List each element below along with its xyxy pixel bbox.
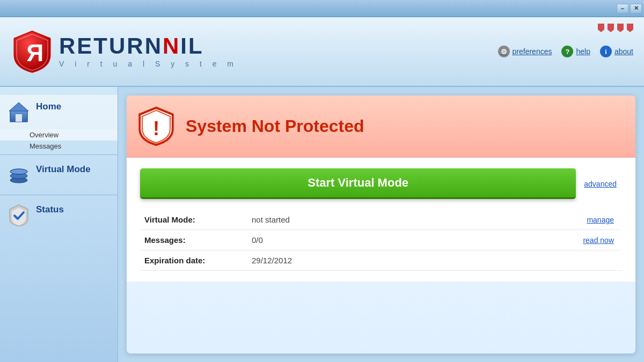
info-table-row: Messages:0/0read now	[140, 230, 622, 250]
svg-point-7	[10, 169, 27, 174]
help-nav[interactable]: ? help	[561, 46, 590, 57]
home-title: Home	[36, 101, 109, 112]
status-content: Status	[36, 204, 109, 215]
info-row-value: not started	[247, 210, 446, 230]
preferences-label: preferences	[513, 47, 552, 56]
info-row-action[interactable]: read now	[446, 230, 622, 250]
corner-mark-4	[627, 24, 633, 32]
sidebar-subitem-messages[interactable]: Messages	[0, 141, 118, 152]
title-bar: − ✕	[0, 0, 644, 17]
logo-title-part1: RETURN	[59, 33, 163, 58]
virtual-mode-title: Virtual Mode	[36, 164, 109, 175]
sidebar-divider-2	[0, 195, 118, 195]
main-area: Home Overview Messages Virtual Mode	[0, 87, 644, 362]
corner-marks	[598, 24, 633, 32]
logo-title-n: N	[163, 33, 180, 58]
minimize-button[interactable]: −	[617, 4, 628, 13]
svg-marker-3	[9, 102, 28, 111]
info-icon: i	[600, 46, 612, 57]
content-body: Start Virtual Mode advanced Virtual Mode…	[127, 158, 635, 282]
logo-title-part2: IL	[180, 33, 203, 58]
info-row-label: Virtual Mode:	[140, 210, 247, 230]
about-nav[interactable]: i about	[600, 46, 633, 57]
action-link[interactable]: manage	[587, 216, 614, 224]
start-btn-row: Start Virtual Mode advanced	[140, 168, 622, 199]
header: R RETURNNIL V i r t u a l S y s t e m ⚙ …	[0, 17, 644, 87]
warning-shield-icon: !	[137, 106, 175, 146]
sidebar-subitem-overview[interactable]: Overview	[0, 129, 118, 141]
logo-title: RETURNNIL	[59, 35, 238, 57]
corner-mark-1	[598, 24, 604, 32]
info-row-value: 29/12/2012	[247, 250, 446, 271]
status-title-sidebar: Status	[36, 204, 109, 215]
start-virtual-mode-button[interactable]: Start Virtual Mode	[140, 168, 576, 199]
advanced-link[interactable]: advanced	[584, 180, 617, 188]
sidebar: Home Overview Messages Virtual Mode	[0, 87, 118, 362]
help-icon: ?	[561, 46, 573, 57]
svg-text:!: !	[153, 117, 159, 139]
sidebar-item-home[interactable]: Home	[0, 95, 118, 129]
header-nav: ⚙ preferences ? help i about	[498, 46, 633, 57]
svg-rect-2	[16, 114, 22, 122]
virtual-mode-icon	[8, 164, 30, 186]
corner-mark-2	[608, 24, 614, 32]
about-label: about	[614, 47, 633, 56]
content-panel: ! System Not Protected Start Virtual Mod…	[126, 95, 636, 354]
info-table-row: Virtual Mode:not startedmanage	[140, 210, 622, 230]
home-icon	[8, 101, 30, 123]
info-row-action[interactable]: manage	[446, 210, 622, 230]
close-button[interactable]: ✕	[630, 4, 642, 13]
info-table: Virtual Mode:not startedmanageMessages:0…	[140, 210, 622, 271]
home-content: Home	[36, 101, 109, 112]
sidebar-item-virtual-mode[interactable]: Virtual Mode	[0, 158, 118, 192]
info-row-value: 0/0	[247, 230, 446, 250]
gear-icon: ⚙	[498, 46, 510, 57]
info-row-label: Messages:	[140, 230, 247, 250]
info-table-row: Expiration date:29/12/2012	[140, 250, 622, 271]
info-row-action	[446, 250, 622, 271]
logo-area: R RETURNNIL V i r t u a l S y s t e m	[11, 29, 238, 75]
action-link[interactable]: read now	[583, 236, 614, 245]
corner-mark-3	[617, 24, 624, 32]
status-not-protected-title: System Not Protected	[186, 116, 625, 136]
help-label: help	[576, 47, 590, 56]
svg-text:R: R	[26, 39, 43, 65]
info-row-label: Expiration date:	[140, 250, 247, 271]
status-header: ! System Not Protected	[127, 95, 635, 158]
logo-text: RETURNNIL V i r t u a l S y s t e m	[59, 35, 238, 68]
virtual-mode-content: Virtual Mode	[36, 164, 109, 175]
sidebar-divider-1	[0, 154, 118, 155]
sidebar-item-status[interactable]: Status	[0, 198, 118, 232]
logo-subtitle: V i r t u a l S y s t e m	[59, 60, 238, 68]
status-icon	[8, 204, 30, 226]
preferences-nav[interactable]: ⚙ preferences	[498, 46, 552, 57]
logo-shield-icon: R	[11, 29, 54, 75]
